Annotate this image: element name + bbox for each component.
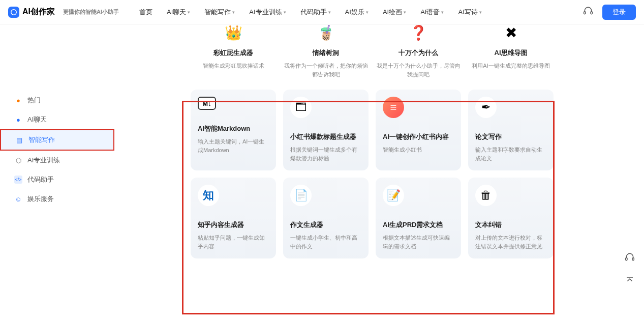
nav-code[interactable]: 代码助手▾: [300, 8, 331, 17]
card-prd[interactable]: 📝 AI生成PRD需求文档 根据文本描述生成可快速编辑的需求文档: [376, 178, 461, 258]
prd-icon: 📝: [383, 185, 404, 206]
float-buttons: [623, 250, 637, 287]
card-emotion[interactable]: 🧋 情绪树洞 我将作为一个倾听者，把你的烦恼都告诉我吧: [283, 24, 369, 78]
main: ●热门 ●AI聊天 ▤智能写作 ⬡AI专业训练 </>代码助手 ☺娱乐服务 👑 …: [0, 24, 644, 318]
book-icon: ≡: [383, 97, 404, 118]
rainbow-icon: 👑: [191, 24, 276, 41]
error-doc-icon: 🗑: [475, 185, 497, 206]
nav-entertain[interactable]: AI娱乐▾: [345, 8, 369, 17]
sidebar-item-entertain[interactable]: ☺娱乐服务: [0, 189, 114, 209]
nav-training[interactable]: AI专业训练▾: [249, 8, 286, 17]
sidebar-item-training[interactable]: ⬡AI专业训练: [0, 151, 114, 170]
chevron-down-icon: ▾: [366, 10, 369, 15]
nav-poetry[interactable]: AI写诗▾: [458, 8, 481, 17]
gear-icon: ⬡: [14, 156, 22, 164]
chevron-down-icon: ▾: [404, 10, 406, 15]
sidebar-item-chat[interactable]: ●AI聊天: [0, 110, 114, 129]
chevron-down-icon: ▾: [232, 10, 235, 15]
sidebar-item-hot[interactable]: ●热门: [0, 91, 114, 110]
window-icon: 🗔: [290, 97, 312, 118]
logo-icon: [8, 7, 19, 18]
card-markdown[interactable]: M↓ AI智能Markdown 输入主题关键词，AI一键生成Markdown: [191, 90, 276, 170]
sidebar: ●热门 ●AI聊天 ▤智能写作 ⬡AI专业训练 </>代码助手 ☺娱乐服务: [0, 24, 114, 318]
nav-voice[interactable]: AI语音▾: [420, 8, 444, 17]
card-thesis[interactable]: ✒ 论文写作 输入主题和字数要求自动生成论文: [468, 90, 554, 170]
chevron-down-icon: ▾: [188, 10, 190, 15]
nav-paint[interactable]: AI绘画▾: [383, 8, 406, 17]
fire-icon: ●: [14, 96, 22, 104]
chat-icon: ●: [14, 115, 22, 124]
login-button[interactable]: 登录: [602, 5, 636, 20]
card-redbook-content[interactable]: ≡ AI一键创作小红书内容 智能生成小红书: [376, 90, 461, 170]
mindmap-icon: ✖: [468, 24, 554, 41]
sidebar-item-code[interactable]: </>代码助手: [0, 170, 114, 189]
svg-point-0: [11, 9, 17, 15]
card-mindmap[interactable]: ✖ AI思维导图 利用AI一键生成完整的思维导图: [468, 24, 554, 78]
zhihu-icon: 知: [198, 185, 219, 206]
card-zhihu[interactable]: 知 知乎内容生成器 粘贴知乎问题，一键生成知乎内容: [191, 178, 276, 258]
writing-grid: M↓ AI智能Markdown 输入主题关键词，AI一键生成Markdown 🗔…: [119, 90, 639, 258]
chevron-down-icon: ▾: [328, 10, 331, 15]
card-redbook-title[interactable]: 🗔 小红书爆款标题生成器 根据关键词一键生成多个有爆款潜力的标题: [283, 90, 369, 170]
card-rainbow[interactable]: 👑 彩虹屁生成器 智能生成彩虹屁吹捧话术: [191, 24, 276, 78]
top-nav: 首页 AI聊天▾ 智能写作▾ AI专业训练▾ 代码助手▾ AI娱乐▾ AI绘画▾…: [139, 8, 482, 17]
smile-icon: ☺: [14, 195, 22, 203]
svg-rect-4: [632, 258, 634, 261]
card-essay[interactable]: 📄 作文生成器 一键生成小学生、初中和高中的作文: [283, 178, 369, 258]
chevron-down-icon: ▾: [284, 10, 286, 15]
brand-name: AI创作家: [22, 7, 55, 17]
edit-icon: ▤: [15, 136, 23, 144]
back-to-top-button[interactable]: [623, 273, 637, 287]
support-icon[interactable]: [583, 6, 593, 18]
nav-home[interactable]: 首页: [139, 8, 152, 17]
top-partial-row: 👑 彩虹屁生成器 智能生成彩虹屁吹捧话术 🧋 情绪树洞 我将作为一个倾听者，把你…: [119, 24, 639, 78]
logo[interactable]: AI创作家 更懂你的智能AI小助手: [8, 7, 119, 18]
pen-icon: ✒: [475, 97, 497, 118]
chevron-down-icon: ▾: [479, 10, 482, 15]
cup-icon: 🧋: [283, 24, 369, 41]
svg-rect-3: [626, 258, 627, 261]
card-correction[interactable]: 🗑 文本纠错 对上传的文本进行校对，标注错误文本并提供修正意见: [468, 178, 554, 258]
markdown-icon: M↓: [198, 97, 216, 110]
nav-chat[interactable]: AI聊天▾: [167, 8, 190, 17]
svg-rect-2: [591, 12, 592, 14]
content: 👑 彩虹屁生成器 智能生成彩虹屁吹捧话术 🧋 情绪树洞 我将作为一个倾听者，把你…: [114, 24, 644, 318]
svg-rect-1: [584, 12, 586, 14]
sidebar-item-writing[interactable]: ▤智能写作: [0, 129, 114, 151]
top-right: 登录: [583, 5, 636, 20]
question-icon: ❓: [376, 24, 461, 41]
top-bar: AI创作家 更懂你的智能AI小助手 首页 AI聊天▾ 智能写作▾ AI专业训练▾…: [0, 0, 644, 24]
code-icon: </>: [14, 176, 22, 184]
brand-slogan: 更懂你的智能AI小助手: [63, 8, 119, 16]
chevron-down-icon: ▾: [441, 10, 444, 15]
doc-icon: 📄: [290, 185, 312, 206]
support-float-button[interactable]: [623, 250, 637, 264]
nav-writing[interactable]: 智能写作▾: [204, 8, 235, 17]
card-why[interactable]: ❓ 十万个为什么 我是十万个为什么小助手，尽管向我提问吧: [376, 24, 461, 78]
